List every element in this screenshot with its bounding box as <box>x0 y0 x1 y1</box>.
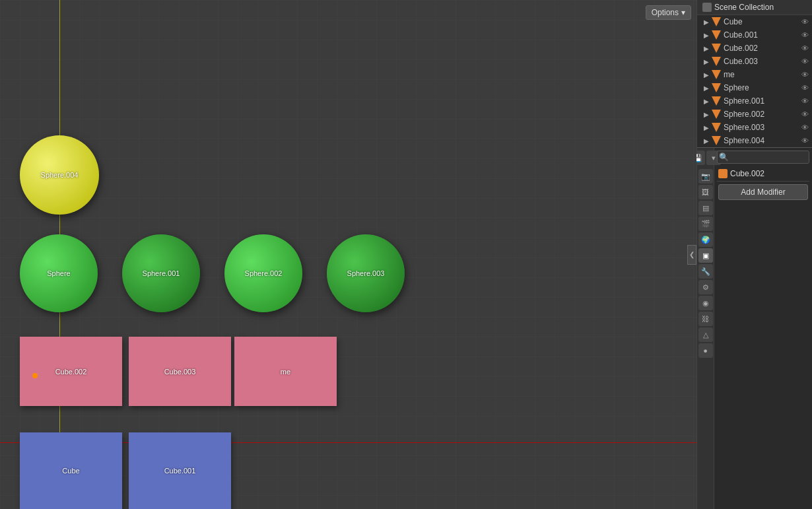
outliner-item-cube002[interactable]: ▶ Cube.002 👁 <box>697 42 812 55</box>
sphere002-label: Sphere.002 <box>245 269 283 277</box>
cube002-label: Cube.002 <box>55 368 87 376</box>
me-object[interactable]: me <box>234 337 337 406</box>
cube003-object[interactable]: Cube.003 <box>129 337 231 406</box>
visibility-icon-cube003[interactable]: 👁 <box>800 57 809 66</box>
tree-icon-sphere001 <box>712 96 721 106</box>
outliner-label-sphere001: Sphere.001 <box>724 96 800 106</box>
tree-icon-cube003 <box>712 57 721 66</box>
sphere003-object[interactable]: Sphere.003 <box>327 234 405 312</box>
orange-dot <box>32 373 38 378</box>
object-icon[interactable]: ▣ <box>698 248 713 263</box>
options-label: Options <box>652 8 679 17</box>
cube-object[interactable]: Cube <box>20 432 122 509</box>
cube001-object[interactable]: Cube.001 <box>129 432 231 509</box>
outliner-item-cube003[interactable]: ▶ Cube.003 👁 <box>697 55 812 68</box>
sphere004-object[interactable]: Sphere.004 <box>20 135 99 215</box>
visibility-icon-sphere004[interactable]: 👁 <box>800 136 809 145</box>
tree-arrow-sphere004: ▶ <box>702 137 710 145</box>
outliner-item-me[interactable]: ▶ me 👁 <box>697 68 812 81</box>
visibility-icon-me[interactable]: 👁 <box>800 70 809 79</box>
particles-icon[interactable]: ⚙ <box>698 280 713 294</box>
tree-arrow-sphere: ▶ <box>702 84 710 92</box>
tree-icon-cube <box>712 17 721 26</box>
right-panel: Scene Collection ▶ Cube 👁 ▶ Cube.001 👁 ▶… <box>696 0 812 509</box>
outliner-item-sphere001[interactable]: ▶ Sphere.001 👁 <box>697 94 812 108</box>
outliner-item-sphere002[interactable]: ▶ Sphere.002 👁 <box>697 108 812 121</box>
visibility-icon-sphere003[interactable]: 👁 <box>800 123 809 132</box>
outliner-label-sphere003: Sphere.003 <box>724 123 800 132</box>
tree-arrow-cube002: ▶ <box>702 44 710 52</box>
tree-arrow-sphere003: ▶ <box>702 123 710 131</box>
tree-icon-cube002 <box>712 44 721 53</box>
outliner-label-cube: Cube <box>724 17 800 26</box>
collapse-icon: ❮ <box>689 251 694 258</box>
outliner-item-sphere004[interactable]: ▶ Sphere.004 👁 <box>697 134 812 147</box>
tree-icon-sphere003 <box>712 123 721 132</box>
constraints-icon[interactable]: ⛓ <box>698 312 713 326</box>
physics-icon[interactable]: ◉ <box>698 296 713 310</box>
options-button[interactable]: Options ▾ <box>646 5 691 20</box>
visibility-icon-cube001[interactable]: 👁 <box>800 30 809 40</box>
sphere-label: Sphere <box>47 269 70 277</box>
tree-arrow-sphere001: ▶ <box>702 97 710 105</box>
tree-icon-sphere004 <box>712 136 721 145</box>
view-layer-icon[interactable]: ▤ <box>698 201 713 215</box>
tree-arrow-cube001: ▶ <box>702 31 710 39</box>
outliner-tree: ▶ Cube 👁 ▶ Cube.001 👁 ▶ Cube.002 👁 ▶ Cub… <box>697 15 812 147</box>
outliner-label-me: me <box>724 70 800 79</box>
properties-panel: 💾 ▾ 📷 🖼 ▤ 🎬 🌍 ▣ 🔧 ⚙ ◉ ⛓ △ ● 🔍 <box>697 148 812 509</box>
outliner-label-sphere002: Sphere.002 <box>724 110 800 119</box>
object-cube-icon <box>718 169 727 178</box>
outliner-label-sphere004: Sphere.004 <box>724 136 800 145</box>
render-icon[interactable]: 📷 <box>698 169 713 184</box>
tree-icon-sphere <box>712 83 721 92</box>
outliner-item-cube001[interactable]: ▶ Cube.001 👁 <box>697 28 812 42</box>
tree-icon-cube001 <box>712 30 721 40</box>
scene-collection-icon <box>702 3 712 12</box>
tree-icon-me <box>712 70 721 79</box>
visibility-icon-sphere002[interactable]: 👁 <box>800 110 809 119</box>
outliner-label-cube003: Cube.003 <box>724 57 800 66</box>
cube002-object[interactable]: Cube.002 <box>20 337 122 406</box>
scene-collection-title: Scene Collection <box>714 3 774 12</box>
tree-icon-sphere002 <box>712 110 721 119</box>
material-icon[interactable]: ● <box>698 343 713 358</box>
outliner-item-sphere003[interactable]: ▶ Sphere.003 👁 <box>697 121 812 134</box>
tree-arrow-sphere002: ▶ <box>702 110 710 118</box>
cube003-label: Cube.003 <box>164 368 196 376</box>
selected-object-label: Cube.002 <box>730 169 764 178</box>
outliner-label-sphere: Sphere <box>724 83 800 92</box>
visibility-icon-cube[interactable]: 👁 <box>800 17 809 26</box>
outliner-label-cube001: Cube.001 <box>724 30 800 40</box>
tree-arrow-me: ▶ <box>702 71 710 79</box>
data-icon[interactable]: △ <box>698 327 713 342</box>
sphere001-object[interactable]: Sphere.001 <box>122 234 200 312</box>
outliner-label-cube002: Cube.002 <box>724 44 800 53</box>
sphere004-label: Sphere.004 <box>41 171 79 179</box>
search-input[interactable] <box>731 153 807 162</box>
sphere-object[interactable]: Sphere <box>20 234 98 312</box>
tree-arrow-cube003: ▶ <box>702 57 710 65</box>
outliner-item-cube[interactable]: ▶ Cube 👁 <box>697 15 812 28</box>
visibility-icon-cube002[interactable]: 👁 <box>800 44 809 53</box>
tree-arrow-cube: ▶ <box>702 18 710 26</box>
output-icon[interactable]: 🖼 <box>698 185 713 199</box>
scene-icon[interactable]: 🎬 <box>698 217 713 231</box>
cube001-label: Cube.001 <box>164 467 196 475</box>
visibility-icon-sphere[interactable]: 👁 <box>800 83 809 92</box>
sphere002-object[interactable]: Sphere.002 <box>224 234 302 312</box>
sphere003-label: Sphere.003 <box>347 269 385 277</box>
props-search[interactable]: 🔍 <box>717 151 809 164</box>
object-name-bar: Cube.002 <box>717 166 809 182</box>
options-chevron-icon: ▾ <box>681 8 685 17</box>
collapse-button[interactable]: ❮ <box>687 245 696 265</box>
visibility-icon-sphere001[interactable]: 👁 <box>800 96 809 106</box>
cube-label: Cube <box>62 467 79 475</box>
world-icon[interactable]: 🌍 <box>698 232 713 247</box>
modifier-icon[interactable]: 🔧 <box>698 264 713 279</box>
scene-collection-header: Scene Collection <box>697 0 812 15</box>
outliner-item-sphere[interactable]: ▶ Sphere 👁 <box>697 81 812 94</box>
add-modifier-button[interactable]: Add Modifier <box>718 184 808 200</box>
viewport[interactable]: Sphere.004 Sphere Sphere.001 Sphere.002 … <box>0 0 696 509</box>
props-content: 🔍 Cube.002 Add Modifier <box>714 148 812 509</box>
